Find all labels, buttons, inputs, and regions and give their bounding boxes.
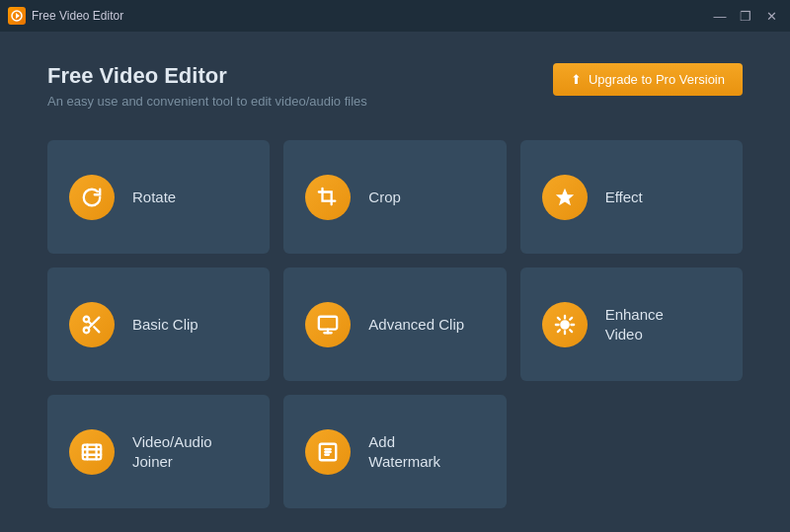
- tool-card-rotate[interactable]: Rotate: [47, 140, 270, 254]
- advanced-clip-icon: [305, 302, 351, 347]
- minimize-button[interactable]: —: [709, 5, 731, 27]
- rotate-icon: [69, 175, 115, 220]
- maximize-button[interactable]: ❐: [735, 5, 756, 27]
- advanced-clip-label: Advanced Clip: [368, 315, 464, 335]
- basic-clip-icon: [69, 302, 115, 347]
- window-controls: — ❐ ✕: [709, 5, 782, 27]
- tool-card-video-audio-joiner[interactable]: Video/Audio Joiner: [47, 395, 270, 508]
- add-watermark-icon: [305, 429, 351, 475]
- add-watermark-label: Add Watermark: [368, 432, 440, 471]
- upgrade-icon: ⬆: [571, 72, 582, 87]
- header-area: Free Video Editor An easy use and conven…: [47, 63, 743, 109]
- tool-card-advanced-clip[interactable]: Advanced Clip: [283, 267, 506, 381]
- crop-icon: [305, 175, 351, 220]
- basic-clip-label: Basic Clip: [132, 315, 198, 335]
- video-audio-joiner-icon: [69, 429, 115, 475]
- enhance-video-icon: [542, 302, 588, 347]
- svg-rect-12: [83, 444, 101, 459]
- empty-slot: [520, 395, 743, 508]
- upgrade-label: Upgrade to Pro Versioin: [589, 72, 725, 87]
- main-content: Free Video Editor An easy use and conven…: [0, 32, 790, 532]
- titlebar-title: Free Video Editor: [32, 9, 709, 23]
- tool-card-effect[interactable]: Effect: [520, 140, 743, 254]
- tools-grid: Rotate Crop Effect Basic Clip Advanced C…: [47, 140, 743, 508]
- svg-point-11: [561, 321, 568, 328]
- tool-card-crop[interactable]: Crop: [283, 140, 506, 254]
- svg-marker-1: [16, 13, 20, 19]
- tool-card-basic-clip[interactable]: Basic Clip: [47, 267, 270, 381]
- video-audio-joiner-label: Video/Audio Joiner: [132, 432, 212, 471]
- enhance-video-label: Enhance Video: [605, 305, 664, 343]
- crop-label: Crop: [368, 188, 401, 207]
- tool-card-enhance-video[interactable]: Enhance Video: [520, 267, 743, 381]
- tool-card-add-watermark[interactable]: Add Watermark: [283, 395, 506, 508]
- effect-label: Effect: [605, 188, 643, 207]
- svg-marker-2: [555, 188, 573, 204]
- titlebar: Free Video Editor — ❐ ✕: [0, 0, 790, 32]
- close-button[interactable]: ✕: [760, 5, 782, 27]
- app-title: Free Video Editor: [47, 63, 367, 89]
- svg-line-6: [94, 327, 99, 332]
- upgrade-button[interactable]: ⬆ Upgrade to Pro Versioin: [553, 63, 743, 96]
- svg-line-7: [88, 321, 92, 325]
- rotate-label: Rotate: [132, 188, 176, 207]
- svg-rect-8: [319, 316, 337, 329]
- app-subtitle: An easy use and convenient tool to edit …: [47, 94, 367, 109]
- app-logo: [8, 7, 26, 25]
- app-info: Free Video Editor An easy use and conven…: [47, 63, 367, 109]
- effect-icon: [542, 175, 588, 220]
